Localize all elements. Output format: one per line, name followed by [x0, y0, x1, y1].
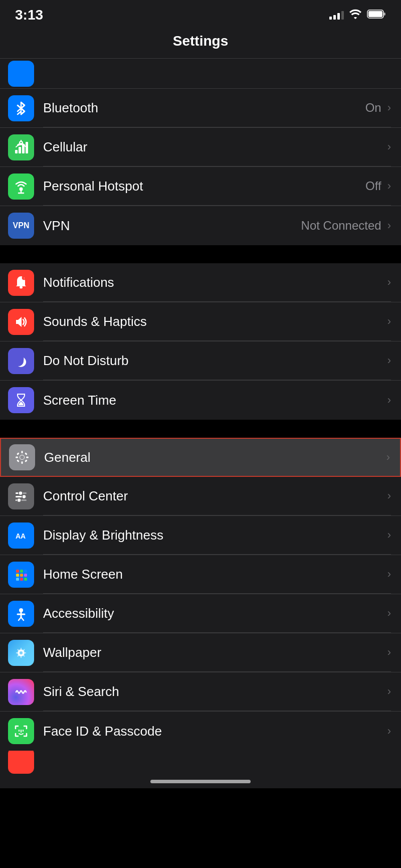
- dnd-icon: [8, 348, 34, 374]
- cellular-content: Cellular ›: [43, 128, 391, 166]
- vpn-content: VPN Not Connected ›: [43, 206, 391, 245]
- accessibility-icon: [8, 601, 34, 627]
- faceid-label: Face ID & Passcode: [43, 724, 162, 739]
- wallpaper-label: Wallpaper: [43, 645, 101, 660]
- vpn-label: VPN: [43, 218, 70, 234]
- display-row[interactable]: AA Display & Brightness ›: [0, 516, 401, 555]
- vpn-icon: VPN: [8, 213, 34, 239]
- wallpaper-icon: [8, 640, 34, 666]
- siri-label: Siri & Search: [43, 684, 119, 700]
- svg-point-14: [20, 286, 23, 288]
- accessibility-row[interactable]: Accessibility ›: [0, 594, 401, 633]
- siri-content: Siri & Search ›: [43, 672, 391, 711]
- status-icons: [329, 9, 386, 21]
- general-right: ›: [384, 451, 390, 464]
- svg-point-56: [20, 651, 23, 654]
- sounds-label: Sounds & Haptics: [43, 314, 147, 329]
- screentime-icon: [8, 387, 34, 413]
- faceid-chevron: ›: [387, 725, 391, 738]
- section-divider-2: [0, 420, 401, 438]
- svg-rect-48: [24, 578, 27, 581]
- faceid-row[interactable]: Face ID & Passcode ›: [0, 712, 401, 751]
- home-screen-row[interactable]: Home Screen ›: [0, 555, 401, 594]
- dnd-label: Do Not Disturb: [43, 353, 129, 369]
- bluetooth-row[interactable]: Bluetooth On ›: [0, 89, 401, 128]
- svg-rect-41: [20, 570, 23, 573]
- vpn-row[interactable]: VPN VPN Not Connected ›: [0, 206, 401, 245]
- svg-rect-28: [25, 459, 28, 462]
- svg-rect-44: [20, 574, 23, 577]
- vpn-right: Not Connected ›: [301, 219, 391, 233]
- faceid-right: ›: [385, 725, 391, 738]
- svg-rect-40: [16, 570, 19, 573]
- general-row[interactable]: General ›: [0, 438, 401, 477]
- hotspot-chevron: ›: [387, 180, 391, 193]
- svg-rect-25: [17, 452, 20, 455]
- screentime-chevron: ›: [387, 394, 391, 407]
- partial-icon: [8, 61, 34, 87]
- svg-rect-21: [22, 451, 23, 453]
- svg-point-29: [20, 455, 24, 459]
- signal-bar-2: [333, 15, 336, 20]
- home-screen-label: Home Screen: [43, 567, 123, 582]
- bluetooth-icon: [8, 95, 34, 121]
- status-bar: 3:13: [0, 0, 401, 27]
- connectivity-section: Bluetooth On › Cellular: [0, 89, 401, 245]
- display-label: Display & Brightness: [43, 528, 163, 543]
- sounds-icon: [8, 309, 34, 335]
- control-center-label: Control Center: [43, 488, 128, 504]
- svg-rect-1: [383, 13, 385, 16]
- svg-rect-43: [16, 574, 19, 577]
- dnd-row[interactable]: Do Not Disturb ›: [0, 341, 401, 381]
- personal-hotspot-row[interactable]: Personal Hotspot Off ›: [0, 167, 401, 206]
- svg-rect-23: [16, 457, 18, 458]
- partial-bottom-row: [0, 751, 401, 771]
- accessibility-right: ›: [385, 607, 391, 620]
- svg-point-35: [22, 494, 26, 498]
- notifications-row[interactable]: ! Notifications ›: [0, 263, 401, 302]
- section-divider-1: [0, 245, 401, 263]
- svg-rect-27: [17, 459, 20, 462]
- home-indicator: [0, 771, 401, 788]
- wallpaper-row[interactable]: Wallpaper ›: [0, 633, 401, 672]
- accessibility-content: Accessibility ›: [43, 594, 391, 633]
- svg-rect-26: [25, 452, 28, 455]
- hotspot-right: Off ›: [365, 179, 391, 193]
- control-center-chevron: ›: [387, 489, 391, 502]
- signal-bar-3: [337, 13, 340, 20]
- display-right: ›: [385, 529, 391, 542]
- screen-time-row[interactable]: Screen Time ›: [0, 381, 401, 420]
- home-screen-content: Home Screen ›: [43, 555, 391, 594]
- vpn-text-icon: VPN: [13, 221, 30, 230]
- wifi-icon: [349, 9, 362, 21]
- bluetooth-chevron: ›: [387, 101, 391, 114]
- system2-section: General › Control Ce: [0, 438, 401, 751]
- svg-rect-47: [20, 578, 23, 581]
- display-icon: AA: [8, 523, 34, 549]
- page-title: Settings: [0, 27, 401, 59]
- siri-row[interactable]: Siri & Search ›: [0, 672, 401, 712]
- control-center-row[interactable]: Control Center ›: [0, 477, 401, 516]
- partial-bottom-icon: [8, 748, 34, 774]
- control-center-content: Control Center ›: [43, 477, 391, 515]
- notifications-right: ›: [385, 276, 391, 289]
- notifications-content: Notifications ›: [43, 263, 391, 302]
- vpn-status: Not Connected: [301, 219, 381, 233]
- bluetooth-right: On ›: [365, 101, 391, 115]
- battery-icon: [367, 9, 386, 21]
- faceid-icon: [8, 718, 34, 744]
- cellular-right: ›: [385, 140, 391, 153]
- status-time: 3:13: [15, 7, 43, 23]
- home-bar: [150, 780, 251, 783]
- svg-rect-5: [15, 150, 18, 153]
- hotspot-icon: [8, 173, 34, 200]
- cellular-label: Cellular: [43, 139, 87, 155]
- dnd-chevron: ›: [387, 354, 391, 367]
- svg-point-38: [17, 498, 21, 502]
- cellular-row[interactable]: Cellular ›: [0, 128, 401, 167]
- dnd-right: ›: [385, 354, 391, 367]
- siri-icon: [8, 679, 34, 705]
- sounds-row[interactable]: Sounds & Haptics ›: [0, 302, 401, 341]
- svg-text:AA: AA: [16, 532, 26, 540]
- signal-icon: [329, 11, 344, 20]
